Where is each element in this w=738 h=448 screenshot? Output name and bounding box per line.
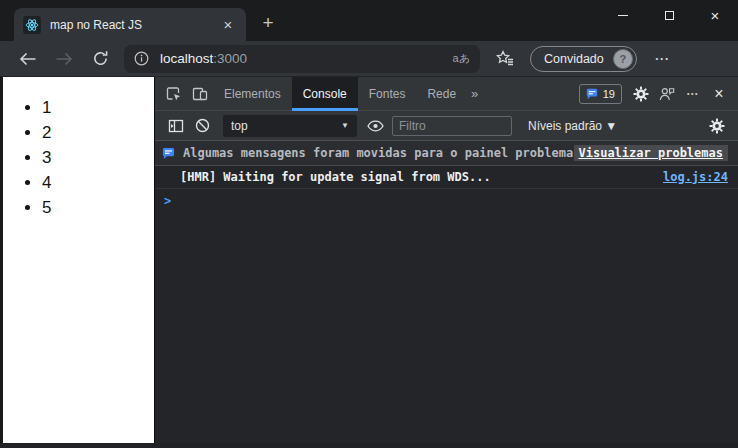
avatar: ? (613, 49, 633, 69)
tab-fontes[interactable]: Fontes (358, 77, 417, 111)
window-controls: × (600, 0, 738, 31)
list-item: 1 (42, 97, 154, 118)
chat-bubble-icon (162, 147, 175, 160)
inspect-cursor-icon (166, 86, 182, 102)
url-port: :3000 (213, 51, 247, 66)
console-prompt[interactable]: > (155, 189, 738, 208)
profile-label: Convidado (544, 52, 604, 66)
tab-elementos[interactable]: Elementos (213, 77, 292, 111)
devtools-settings-button[interactable] (628, 81, 654, 107)
back-button[interactable] (10, 44, 46, 74)
gear-icon (633, 86, 649, 102)
eye-icon (367, 119, 384, 133)
minimize-button[interactable] (600, 0, 646, 31)
refresh-icon (92, 50, 109, 67)
devtools-close-button[interactable]: × (706, 81, 732, 107)
url-host: localhost (160, 51, 213, 66)
list-item: 2 (42, 122, 154, 143)
tab-rede[interactable]: Rede (416, 77, 467, 111)
source-link[interactable]: log.js:24 (663, 170, 728, 184)
console-sidebar-button[interactable] (163, 113, 189, 139)
console-output: Algumas mensagens foram movidas para o p… (155, 141, 738, 443)
console-sidebar-icon (168, 118, 184, 134)
chat-bubble-icon (586, 88, 598, 100)
translate-icon[interactable]: aあ (453, 51, 470, 66)
console-settings-button[interactable] (704, 113, 730, 139)
list-item: 4 (42, 172, 154, 193)
minimize-icon (618, 15, 628, 16)
tab-close-icon[interactable]: × (218, 15, 238, 35)
tab-console[interactable]: Console (292, 77, 358, 111)
browser-menu-button[interactable]: ••• (648, 54, 678, 63)
number-list: 1 2 3 4 5 (3, 97, 154, 218)
tab-title: map no React JS (50, 18, 218, 32)
web-page: 1 2 3 4 5 (0, 77, 154, 443)
content-area: 1 2 3 4 5 (0, 77, 738, 443)
devtools-tabbar: Elementos Console Fontes Rede » 19 (155, 77, 738, 111)
device-toolbar-icon (192, 86, 208, 102)
browser-tab[interactable]: map no React JS × (14, 8, 246, 41)
inspect-element-button[interactable] (161, 81, 187, 107)
url-bar[interactable]: localhost:3000 aあ (124, 45, 480, 73)
maximize-icon (665, 11, 674, 20)
context-value: top (231, 119, 248, 133)
filter-input[interactable] (392, 116, 512, 136)
site-info-icon[interactable] (134, 51, 149, 66)
close-icon: × (711, 8, 720, 23)
console-info-row: Algumas mensagens foram movidas para o p… (155, 141, 738, 166)
message-count: 19 (603, 88, 615, 100)
devtools-menu-button[interactable]: ••• (680, 81, 706, 107)
device-toolbar-button[interactable] (187, 81, 213, 107)
maximize-button[interactable] (646, 0, 692, 31)
back-arrow-icon (19, 52, 37, 66)
block-icon (195, 118, 210, 133)
context-selector[interactable]: top ▼ (223, 115, 357, 137)
clear-console-button[interactable] (189, 113, 215, 139)
log-message-text: [HMR] Waiting for update signal from WDS… (180, 170, 663, 184)
chevron-down-icon: ▼ (341, 121, 349, 130)
nav-toolbar: localhost:3000 aあ Convidado ? ••• (0, 41, 738, 77)
forward-arrow-icon (55, 52, 73, 66)
console-toolbar: top ▼ Níveis padrão ▼ (155, 111, 738, 141)
favorites-button[interactable] (493, 50, 517, 67)
list-item: 5 (42, 197, 154, 218)
console-message-count-badge[interactable]: 19 (579, 84, 622, 104)
feedback-button[interactable] (654, 81, 680, 107)
new-tab-button[interactable]: + (255, 10, 281, 36)
close-button[interactable]: × (692, 0, 738, 31)
live-expression-button[interactable] (367, 119, 384, 133)
console-log-row: [HMR] Waiting for update signal from WDS… (155, 166, 738, 189)
window-bottom-border (0, 443, 738, 448)
refresh-button[interactable] (82, 44, 118, 74)
favorites-star-icon (496, 50, 514, 67)
info-message-text: Algumas mensagens foram movidas para o p… (183, 146, 574, 160)
list-item: 3 (42, 147, 154, 168)
react-favicon-icon (23, 16, 41, 34)
gear-icon (709, 118, 725, 134)
devtools-panel: Elementos Console Fontes Rede » 19 (155, 77, 738, 443)
browser-window: map no React JS × + × (0, 0, 738, 448)
view-problems-link[interactable]: Visualizar problemas (574, 145, 729, 161)
person-feedback-icon (659, 86, 675, 102)
more-tabs-button[interactable]: » (471, 86, 478, 101)
forward-button[interactable] (46, 44, 82, 74)
profile-button[interactable]: Convidado ? (530, 46, 637, 72)
tab-strip: map no React JS × + × (0, 0, 738, 41)
log-levels-dropdown[interactable]: Níveis padrão ▼ (528, 119, 617, 133)
